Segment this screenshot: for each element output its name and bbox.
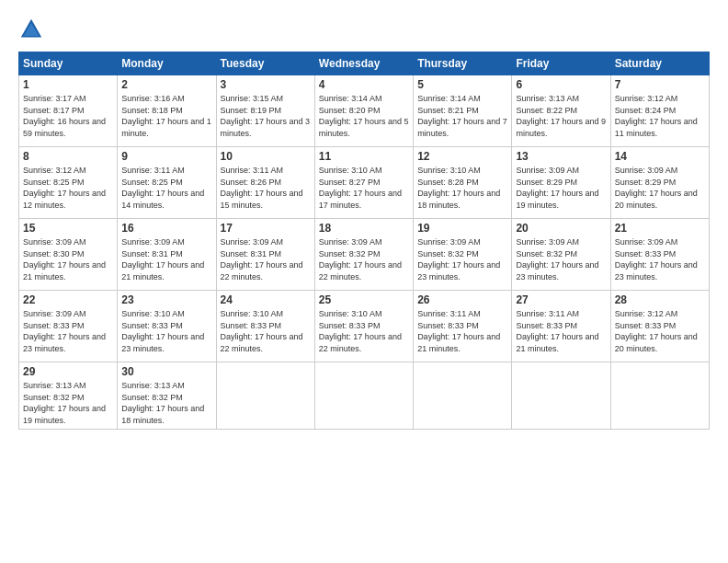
- calendar-cell: 17Sunrise: 3:09 AMSunset: 8:31 PMDayligh…: [216, 219, 314, 291]
- day-info: Sunrise: 3:12 AMSunset: 8:33 PMDaylight:…: [615, 309, 698, 353]
- logo: [18, 17, 47, 42]
- day-number: 14: [615, 150, 705, 163]
- day-number: 1: [23, 78, 113, 91]
- calendar-cell: 22Sunrise: 3:09 AMSunset: 8:33 PMDayligh…: [19, 291, 118, 362]
- day-info: Sunrise: 3:14 AMSunset: 8:21 PMDaylight:…: [417, 94, 507, 138]
- page: SundayMondayTuesdayWednesdayThursdayFrid…: [0, 0, 728, 563]
- calendar-cell: 9Sunrise: 3:11 AMSunset: 8:25 PMDaylight…: [118, 147, 216, 219]
- calendar-cell: 7Sunrise: 3:12 AMSunset: 8:24 PMDaylight…: [610, 75, 709, 147]
- day-number: 12: [417, 150, 507, 163]
- calendar-header-friday: Friday: [512, 52, 610, 75]
- day-number: 25: [319, 293, 409, 306]
- day-info: Sunrise: 3:09 AMSunset: 8:31 PMDaylight:…: [121, 237, 204, 282]
- calendar-header-tuesday: Tuesday: [216, 52, 314, 75]
- calendar-week-1: 1Sunrise: 3:17 AMSunset: 8:17 PMDaylight…: [19, 75, 710, 147]
- day-info: Sunrise: 3:10 AMSunset: 8:28 PMDaylight:…: [417, 166, 500, 210]
- day-info: Sunrise: 3:13 AMSunset: 8:32 PMDaylight:…: [121, 381, 204, 425]
- day-number: 21: [615, 222, 705, 235]
- day-info: Sunrise: 3:16 AMSunset: 8:18 PMDaylight:…: [121, 94, 211, 138]
- calendar-cell: [216, 362, 314, 430]
- day-info: Sunrise: 3:09 AMSunset: 8:33 PMDaylight:…: [23, 309, 106, 353]
- calendar-cell: 16Sunrise: 3:09 AMSunset: 8:31 PMDayligh…: [118, 219, 216, 291]
- day-info: Sunrise: 3:10 AMSunset: 8:33 PMDaylight:…: [319, 309, 402, 353]
- day-info: Sunrise: 3:09 AMSunset: 8:33 PMDaylight:…: [615, 237, 698, 282]
- day-number: 3: [221, 78, 311, 91]
- day-info: Sunrise: 3:11 AMSunset: 8:26 PMDaylight:…: [221, 166, 303, 210]
- calendar-header-wednesday: Wednesday: [314, 52, 413, 75]
- calendar-cell: 12Sunrise: 3:10 AMSunset: 8:28 PMDayligh…: [414, 147, 512, 219]
- day-number: 26: [417, 293, 507, 306]
- day-info: Sunrise: 3:10 AMSunset: 8:33 PMDaylight:…: [121, 309, 204, 353]
- day-number: 19: [417, 222, 507, 235]
- calendar-week-2: 8Sunrise: 3:12 AMSunset: 8:25 PMDaylight…: [19, 147, 710, 219]
- calendar-header-row: SundayMondayTuesdayWednesdayThursdayFrid…: [19, 52, 710, 75]
- day-info: Sunrise: 3:11 AMSunset: 8:33 PMDaylight:…: [516, 309, 598, 353]
- calendar-cell: 11Sunrise: 3:10 AMSunset: 8:27 PMDayligh…: [314, 147, 413, 219]
- day-info: Sunrise: 3:11 AMSunset: 8:33 PMDaylight:…: [417, 309, 500, 353]
- calendar-week-3: 15Sunrise: 3:09 AMSunset: 8:30 PMDayligh…: [19, 219, 710, 291]
- calendar-cell: 26Sunrise: 3:11 AMSunset: 8:33 PMDayligh…: [414, 291, 512, 362]
- day-info: Sunrise: 3:09 AMSunset: 8:32 PMDaylight:…: [516, 237, 598, 282]
- day-number: 15: [23, 222, 113, 235]
- logo-icon: [18, 17, 44, 42]
- calendar-cell: 21Sunrise: 3:09 AMSunset: 8:33 PMDayligh…: [610, 219, 709, 291]
- day-info: Sunrise: 3:11 AMSunset: 8:25 PMDaylight:…: [121, 166, 204, 210]
- calendar-header-thursday: Thursday: [414, 52, 512, 75]
- day-number: 16: [121, 222, 211, 235]
- day-number: 4: [319, 78, 409, 91]
- calendar-cell: 29Sunrise: 3:13 AMSunset: 8:32 PMDayligh…: [19, 362, 118, 430]
- day-number: 11: [319, 150, 409, 163]
- calendar-cell: 13Sunrise: 3:09 AMSunset: 8:29 PMDayligh…: [512, 147, 610, 219]
- day-info: Sunrise: 3:09 AMSunset: 8:29 PMDaylight:…: [615, 166, 698, 210]
- calendar-cell: 25Sunrise: 3:10 AMSunset: 8:33 PMDayligh…: [314, 291, 413, 362]
- day-number: 22: [23, 293, 113, 306]
- calendar-cell: 27Sunrise: 3:11 AMSunset: 8:33 PMDayligh…: [512, 291, 610, 362]
- calendar-cell: [512, 362, 610, 430]
- day-number: 20: [516, 222, 606, 235]
- calendar-cell: 5Sunrise: 3:14 AMSunset: 8:21 PMDaylight…: [414, 75, 512, 147]
- day-number: 8: [23, 150, 113, 163]
- calendar-cell: 4Sunrise: 3:14 AMSunset: 8:20 PMDaylight…: [314, 75, 413, 147]
- day-number: 29: [23, 365, 113, 378]
- day-number: 6: [516, 78, 606, 91]
- day-info: Sunrise: 3:10 AMSunset: 8:27 PMDaylight:…: [319, 166, 402, 210]
- day-number: 23: [121, 293, 211, 306]
- day-number: 24: [221, 293, 311, 306]
- calendar-cell: [610, 362, 709, 430]
- day-number: 5: [417, 78, 507, 91]
- calendar: SundayMondayTuesdayWednesdayThursdayFrid…: [18, 52, 710, 430]
- calendar-week-5: 29Sunrise: 3:13 AMSunset: 8:32 PMDayligh…: [19, 362, 710, 430]
- calendar-cell: 28Sunrise: 3:12 AMSunset: 8:33 PMDayligh…: [610, 291, 709, 362]
- day-info: Sunrise: 3:12 AMSunset: 8:25 PMDaylight:…: [23, 166, 106, 210]
- calendar-cell: 24Sunrise: 3:10 AMSunset: 8:33 PMDayligh…: [216, 291, 314, 362]
- calendar-cell: 1Sunrise: 3:17 AMSunset: 8:17 PMDaylight…: [19, 75, 118, 147]
- day-number: 7: [615, 78, 705, 91]
- calendar-cell: 23Sunrise: 3:10 AMSunset: 8:33 PMDayligh…: [118, 291, 216, 362]
- day-info: Sunrise: 3:17 AMSunset: 8:17 PMDaylight:…: [23, 94, 106, 138]
- calendar-cell: 10Sunrise: 3:11 AMSunset: 8:26 PMDayligh…: [216, 147, 314, 219]
- calendar-cell: 30Sunrise: 3:13 AMSunset: 8:32 PMDayligh…: [118, 362, 216, 430]
- calendar-cell: 19Sunrise: 3:09 AMSunset: 8:32 PMDayligh…: [414, 219, 512, 291]
- calendar-header-monday: Monday: [118, 52, 216, 75]
- calendar-cell: 14Sunrise: 3:09 AMSunset: 8:29 PMDayligh…: [610, 147, 709, 219]
- day-number: 13: [516, 150, 606, 163]
- day-number: 10: [221, 150, 311, 163]
- day-info: Sunrise: 3:14 AMSunset: 8:20 PMDaylight:…: [319, 94, 409, 138]
- calendar-header-saturday: Saturday: [610, 52, 709, 75]
- header: [18, 17, 710, 42]
- day-number: 30: [121, 365, 211, 378]
- day-info: Sunrise: 3:09 AMSunset: 8:29 PMDaylight:…: [516, 166, 598, 210]
- calendar-cell: 2Sunrise: 3:16 AMSunset: 8:18 PMDaylight…: [118, 75, 216, 147]
- day-number: 17: [221, 222, 311, 235]
- day-info: Sunrise: 3:09 AMSunset: 8:30 PMDaylight:…: [23, 237, 106, 282]
- calendar-cell: 3Sunrise: 3:15 AMSunset: 8:19 PMDaylight…: [216, 75, 314, 147]
- day-info: Sunrise: 3:10 AMSunset: 8:33 PMDaylight:…: [221, 309, 303, 353]
- calendar-cell: [314, 362, 413, 430]
- day-number: 9: [121, 150, 211, 163]
- calendar-cell: 20Sunrise: 3:09 AMSunset: 8:32 PMDayligh…: [512, 219, 610, 291]
- day-info: Sunrise: 3:09 AMSunset: 8:31 PMDaylight:…: [221, 237, 303, 282]
- calendar-cell: 18Sunrise: 3:09 AMSunset: 8:32 PMDayligh…: [314, 219, 413, 291]
- day-info: Sunrise: 3:09 AMSunset: 8:32 PMDaylight:…: [319, 237, 402, 282]
- day-info: Sunrise: 3:13 AMSunset: 8:32 PMDaylight:…: [23, 381, 106, 425]
- calendar-cell: 6Sunrise: 3:13 AMSunset: 8:22 PMDaylight…: [512, 75, 610, 147]
